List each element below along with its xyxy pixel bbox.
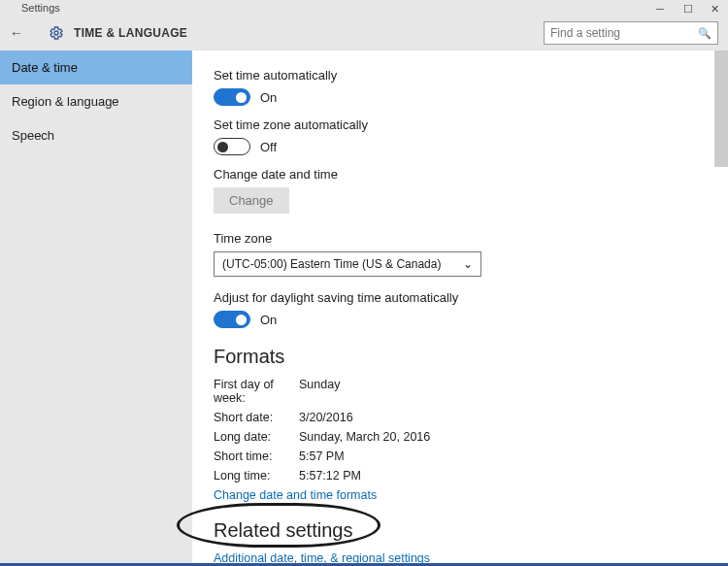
- close-button[interactable]: ✕: [711, 3, 720, 13]
- long-date-val: Sunday, March 20, 2016: [299, 430, 430, 444]
- set-time-auto-label: Set time automatically: [214, 68, 707, 83]
- timezone-label: Time zone: [214, 231, 707, 246]
- app-title: TIME & LANGUAGE: [74, 26, 187, 40]
- short-time-key: Short time:: [214, 449, 299, 463]
- minimize-button[interactable]: ─: [656, 3, 666, 13]
- short-date-key: Short date:: [214, 411, 299, 424]
- titlebar: Settings ─ ☐ ✕: [0, 0, 728, 16]
- short-date-val: 3/20/2016: [299, 411, 353, 424]
- dst-label: Adjust for daylight saving time automati…: [214, 290, 707, 305]
- back-arrow-icon[interactable]: ←: [10, 25, 23, 41]
- header: ← TIME & LANGUAGE 🔍: [0, 16, 728, 50]
- dst-toggle[interactable]: [214, 311, 250, 328]
- formats-heading: Formats: [214, 346, 707, 368]
- first-day-val: Sunday: [299, 378, 340, 405]
- sidebar-item-speech[interactable]: Speech: [0, 118, 192, 152]
- sidebar: Date & time Region & language Speech: [0, 50, 192, 563]
- svg-point-0: [54, 31, 58, 35]
- set-time-auto-toggle[interactable]: [214, 88, 250, 106]
- set-tz-auto-toggle[interactable]: [214, 138, 250, 155]
- scrollbar-thumb[interactable]: [714, 50, 728, 167]
- maximize-button[interactable]: ☐: [683, 3, 693, 13]
- long-date-key: Long date:: [214, 430, 299, 444]
- change-button: Change: [214, 187, 289, 214]
- gear-icon: [49, 25, 64, 41]
- long-time-key: Long time:: [214, 469, 299, 483]
- set-tz-auto-state: Off: [260, 140, 277, 154]
- search-icon: 🔍: [698, 27, 711, 40]
- chevron-down-icon: ⌄: [463, 257, 473, 271]
- related-heading: Related settings: [214, 519, 707, 542]
- dst-state: On: [260, 313, 277, 327]
- timezone-select[interactable]: (UTC-05:00) Eastern Time (US & Canada) ⌄: [214, 251, 481, 277]
- search-input[interactable]: [550, 26, 686, 40]
- change-formats-link[interactable]: Change date and time formats: [214, 488, 707, 502]
- set-time-auto-state: On: [260, 90, 277, 105]
- content-panel: Set time automatically On Set time zone …: [192, 50, 728, 563]
- sidebar-item-region-language[interactable]: Region & language: [0, 84, 192, 118]
- first-day-key: First day of week:: [214, 378, 299, 405]
- window-title: Settings: [21, 2, 60, 14]
- change-datetime-label: Change date and time: [214, 167, 707, 182]
- set-tz-auto-label: Set time zone automatically: [214, 117, 707, 132]
- short-time-val: 5:57 PM: [299, 449, 345, 463]
- search-box[interactable]: 🔍: [544, 21, 718, 45]
- sidebar-item-date-time[interactable]: Date & time: [0, 50, 192, 84]
- timezone-value: (UTC-05:00) Eastern Time (US & Canada): [222, 257, 441, 271]
- long-time-val: 5:57:12 PM: [299, 469, 361, 483]
- additional-settings-link[interactable]: Additional date, time, & regional settin…: [214, 551, 707, 563]
